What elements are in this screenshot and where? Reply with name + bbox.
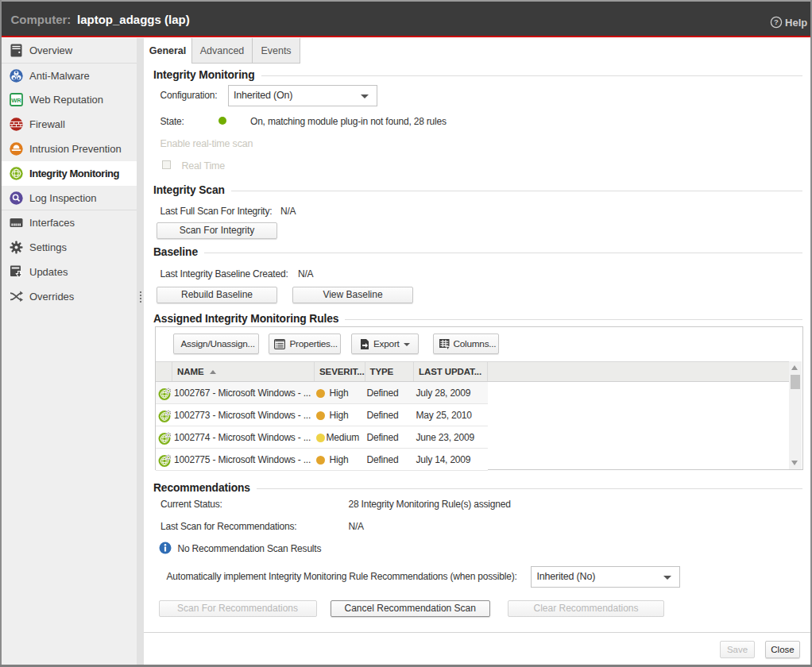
svg-text:?: ? bbox=[774, 17, 779, 26]
svg-text:WR: WR bbox=[11, 97, 21, 104]
